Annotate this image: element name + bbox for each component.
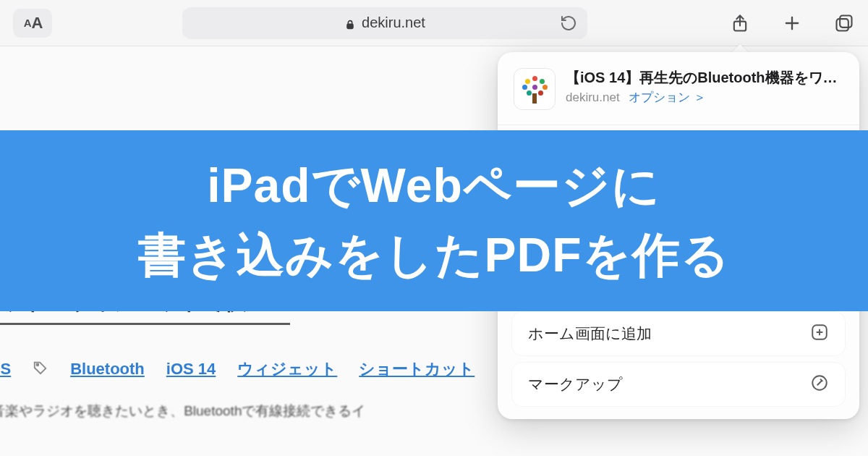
- address-bar[interactable]: dekiru.net: [182, 7, 587, 39]
- share-options-link[interactable]: オプション ＞: [629, 90, 706, 104]
- reader-text-size-button[interactable]: AA: [13, 9, 52, 38]
- tabs-button[interactable]: [833, 12, 855, 34]
- toolbar-actions: [729, 12, 855, 34]
- new-tab-button[interactable]: [781, 12, 803, 34]
- headline-line-1: iPadでWebページに: [207, 153, 661, 219]
- tag-link[interactable]: ウィジェット: [237, 358, 337, 380]
- lock-icon: [344, 17, 356, 29]
- text-size-small-icon: A: [24, 17, 30, 29]
- category-link[interactable]: e/Mac/iOS: [0, 360, 11, 379]
- svg-rect-3: [837, 19, 848, 30]
- markup-icon: [810, 373, 829, 396]
- tag-icon: [33, 360, 48, 379]
- share-action-homescreen[interactable]: ホーム画面に追加: [512, 312, 845, 355]
- svg-rect-2: [840, 15, 851, 27]
- tag-link[interactable]: iOS 14: [166, 360, 216, 379]
- svg-point-4: [37, 363, 39, 366]
- row-label: マークアップ: [528, 374, 623, 394]
- share-subtitle: dekiru.net オプション ＞: [566, 89, 841, 106]
- plus-square-icon: [810, 323, 829, 345]
- safari-toolbar: AA dekiru.net: [0, 0, 868, 46]
- share-title: 【iOS 14】再生先のBluetooth機器をワン…: [566, 68, 841, 88]
- url-text: dekiru.net: [362, 14, 425, 31]
- svg-rect-0: [347, 24, 353, 28]
- share-sheet-header: 【iOS 14】再生先のBluetooth機器をワン… dekiru.net オ…: [498, 64, 859, 125]
- site-favicon: [514, 68, 556, 110]
- tag-link[interactable]: Bluetooth: [70, 360, 145, 379]
- row-label: ホーム画面に追加: [528, 324, 652, 344]
- headline-line-2: 書き込みをしたPDFを作る: [138, 223, 731, 288]
- share-domain: dekiru.net: [566, 90, 620, 104]
- text-size-large-icon: A: [31, 14, 41, 33]
- tree-icon: [522, 75, 547, 104]
- refresh-button[interactable]: [558, 13, 579, 33]
- share-button[interactable]: [729, 12, 751, 34]
- headline-overlay: iPadでWebページに 書き込みをしたPDFを作る: [0, 130, 868, 311]
- tag-link[interactable]: ショートカット: [359, 358, 475, 380]
- share-action-markup[interactable]: マークアップ: [512, 363, 845, 406]
